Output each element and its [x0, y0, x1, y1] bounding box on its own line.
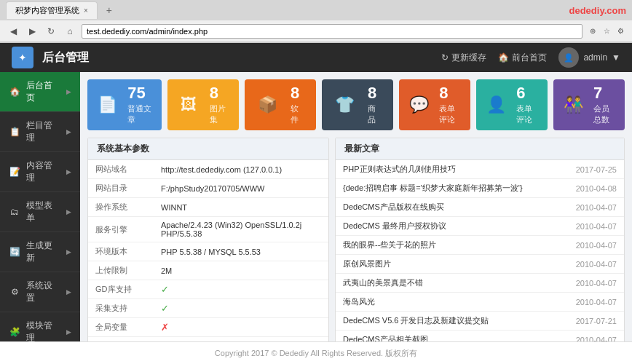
sys-val-3: Apache/2.4.23 (Win32) OpenSSL/1.0.2j PHP…: [154, 217, 328, 242]
stat-num-0: 75: [127, 85, 151, 101]
update-cache-button[interactable]: ↻ 更新缓存: [441, 52, 486, 64]
tab-bar: 积梦内容管理系统 × + dedediy.com: [0, 0, 632, 20]
sys-key-1: 网站目录: [88, 179, 154, 198]
stat-icon-3: 👕: [332, 92, 358, 118]
stat-num-3: 8: [368, 85, 383, 101]
article-date-0: 2017-07-25: [576, 165, 617, 174]
stat-card-0[interactable]: 📄 75 普通文章: [87, 79, 162, 130]
sidebar-arrow-3: ▶: [66, 208, 71, 215]
sidebar-arrow-1: ▶: [66, 128, 71, 135]
sys-row-6: GD库支持 ✓: [88, 280, 328, 299]
article-row-2[interactable]: DedeCMS产品版权在线购买 2010-04-07: [336, 198, 624, 217]
tab-close-button[interactable]: ×: [84, 7, 88, 15]
stat-num-6: 7: [593, 85, 615, 101]
sys-val-0: http://test.dedediy.com (127.0.0.1): [154, 160, 328, 179]
stat-card-2[interactable]: 📦 8 软件: [245, 79, 316, 130]
user-avatar: 👤: [558, 47, 579, 68]
rss-icon[interactable]: ⊕: [587, 25, 599, 37]
articles-title: 最新文章: [336, 138, 624, 160]
article-row-4[interactable]: 我的眼界--些关于花的照片 2010-04-07: [336, 236, 624, 255]
sys-key-0: 网站域名: [88, 160, 154, 179]
stat-card-4[interactable]: 💬 8 表单评论: [399, 79, 470, 130]
sys-val-5: 2M: [154, 261, 328, 280]
sidebar-item-后台首页[interactable]: 🏠 后台首页 ▶: [0, 72, 80, 112]
article-title-1: {dede:招聘启事 标题='织梦大家庭新年招募第一波'}: [343, 183, 570, 194]
article-title-4: 我的眼界--些关于花的照片: [343, 240, 570, 250]
stat-icon-1: 🖼: [178, 92, 199, 118]
sys-val-4: PHP 5.5.38 / MYSQL 5.5.53: [154, 242, 328, 261]
article-row-6[interactable]: 武夷山的美景真是不错 2010-04-07: [336, 274, 624, 293]
article-row-3[interactable]: DedeCMS 最终用户授权协议 2010-04-07: [336, 217, 624, 236]
stat-icon-6: 👫: [564, 92, 583, 118]
sidebar-item-系统设置[interactable]: ⚙ 系统设置 ▶: [0, 272, 80, 312]
sys-row-1: 网站目录 F:/phpStudy20170705/WWW: [88, 179, 328, 198]
article-date-3: 2010-04-07: [576, 222, 617, 231]
article-date-9: 2010-04-07: [576, 336, 617, 342]
sidebar-item-内容管理[interactable]: 📝 内容管理 ▶: [0, 152, 80, 192]
user-dropdown-icon[interactable]: ▼: [612, 52, 620, 63]
article-row-5[interactable]: 原创风景图片 2010-04-07: [336, 255, 624, 274]
sidebar-icon-2: 📝: [9, 166, 20, 178]
stat-icon-5: 👤: [486, 92, 506, 118]
article-date-5: 2010-04-07: [576, 260, 617, 269]
sidebar-item-栏目管理[interactable]: 📋 栏目管理 ▶: [0, 112, 80, 152]
sys-key-5: 上传限制: [88, 261, 154, 280]
stat-card-3[interactable]: 👕 8 商品: [322, 79, 393, 130]
front-page-button[interactable]: 🏠 前台首页: [498, 52, 547, 64]
article-title-8: DedeCMS V5.6 开发日志及新建议提交贴: [343, 315, 570, 326]
article-title-7: 海岛风光: [343, 296, 570, 307]
back-button[interactable]: ◀: [6, 24, 20, 39]
sidebar-label-4: 生成更新: [26, 240, 60, 264]
article-date-4: 2010-04-07: [576, 241, 617, 250]
sidebar-item-生成更新[interactable]: 🔄 生成更新 ▶: [0, 232, 80, 272]
stat-info-2: 8 软件: [291, 85, 306, 125]
sidebar-label-3: 模型表单: [26, 199, 60, 224]
check-mark: ✓: [161, 284, 169, 295]
stat-card-5[interactable]: 👤 6 表单评论: [476, 79, 548, 130]
stat-info-3: 8 商品: [368, 85, 383, 125]
check-mark: ✓: [161, 303, 169, 314]
refresh-button[interactable]: ↻: [44, 24, 58, 39]
article-row-0[interactable]: PHP正则表达式的几则使用技巧 2017-07-25: [336, 160, 624, 179]
tools-icon[interactable]: ⚙: [615, 25, 626, 37]
sidebar-arrow-2: ▶: [66, 168, 71, 175]
stat-info-5: 6 表单评论: [516, 85, 537, 125]
content-area: 🏠 后台首页 ▶ 📋 栏目管理 ▶ 📝 内容管理 ▶ 🗂 模型表单 ▶ 🔄 生成…: [0, 72, 632, 341]
stat-label-5: 表单评论: [516, 103, 537, 125]
article-row-1[interactable]: {dede:招聘启事 标题='织梦大家庭新年招募第一波'} 2010-04-08: [336, 179, 624, 198]
stat-info-0: 75 普通文章: [127, 85, 151, 125]
article-title-0: PHP正则表达式的几则使用技巧: [343, 164, 570, 175]
stat-label-3: 商品: [368, 103, 383, 125]
stat-card-6[interactable]: 👫 7 会员总数: [553, 79, 625, 130]
article-row-9[interactable]: DedeCMS产品相关截图 2010-04-07: [336, 331, 624, 341]
article-row-7[interactable]: 海岛风光 2010-04-07: [336, 293, 624, 312]
sidebar-arrow-6: ▶: [66, 328, 71, 336]
header-logo: 后台管理: [42, 50, 89, 66]
stat-card-1[interactable]: 🖼 8 图片集: [167, 79, 239, 130]
sidebar-item-模块管理[interactable]: 🧩 模块管理 ▶: [0, 312, 80, 341]
sys-val-2: WINNT: [154, 198, 328, 217]
sys-row-8: 全局变量 ✗: [88, 318, 328, 337]
article-title-6: 武夷山的美景真是不错: [343, 277, 570, 288]
app-container: ✦ 后台管理 ↻ 更新缓存 🏠 前台首页 👤 admin ▼ 🏠: [0, 43, 632, 364]
address-input[interactable]: [82, 24, 582, 39]
sys-row-0: 网站域名 http://test.dedediy.com (127.0.0.1): [88, 160, 328, 179]
home-button[interactable]: ⌂: [63, 24, 77, 39]
article-row-8[interactable]: DedeCMS V5.6 开发日志及新建议提交贴 2017-07-21: [336, 312, 624, 331]
sys-row-4: 环境版本 PHP 5.5.38 / MYSQL 5.5.53: [88, 242, 328, 261]
new-tab-button[interactable]: +: [100, 1, 118, 19]
sys-key-7: 采集支持: [88, 299, 154, 318]
forward-button[interactable]: ▶: [25, 24, 39, 39]
stat-num-4: 8: [439, 85, 460, 101]
sys-row-3: 服务引擎 Apache/2.4.23 (Win32) OpenSSL/1.0.2…: [88, 217, 328, 242]
sidebar-label-1: 栏目管理: [26, 119, 60, 144]
sys-val-8: ✗: [154, 318, 328, 337]
sidebar-item-模型表单[interactable]: 🗂 模型表单 ▶: [0, 192, 80, 232]
system-params-panel: 系统基本参数 网站域名 http://test.dedediy.com (127…: [87, 138, 329, 341]
star-icon[interactable]: ☆: [601, 25, 612, 37]
stat-label-2: 软件: [291, 103, 306, 125]
header-icon: ✦: [12, 47, 33, 68]
browser-tab[interactable]: 积梦内容管理系统 ×: [6, 1, 98, 19]
sys-row-2: 操作系统 WINNT: [88, 198, 328, 217]
sidebar-icon-1: 📋: [9, 126, 20, 138]
